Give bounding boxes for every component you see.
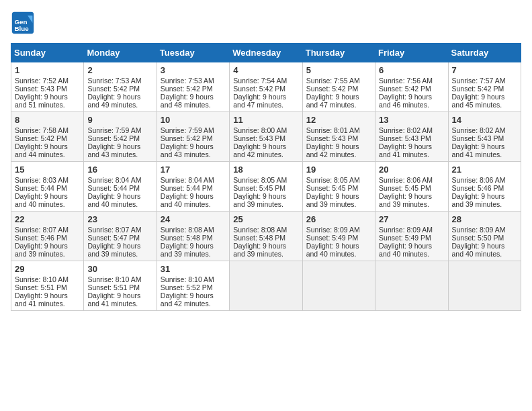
- week-row-4: 22Sunrise: 8:07 AMSunset: 5:46 PMDayligh…: [11, 212, 521, 261]
- sunrise: Sunrise: 8:00 AM: [233, 126, 287, 134]
- day-number: 24: [161, 214, 226, 224]
- logo: Gen Blue: [11, 11, 38, 35]
- day-number: 1: [15, 65, 80, 75]
- daylight: Daylight: 9 hours and 40 minutes.: [306, 242, 359, 258]
- sunset: Sunset: 5:51 PM: [15, 283, 67, 291]
- sunrise: Sunrise: 7:59 AM: [161, 126, 214, 134]
- calendar-cell: 14Sunrise: 8:02 AMSunset: 5:43 PMDayligh…: [448, 112, 521, 162]
- sunset: Sunset: 5:42 PM: [87, 85, 140, 93]
- daylight: Daylight: 9 hours and 41 minutes.: [452, 142, 505, 158]
- sunrise: Sunrise: 8:09 AM: [452, 226, 506, 234]
- sunset: Sunset: 5:43 PM: [306, 134, 359, 142]
- calendar-cell: 3Sunrise: 7:53 AMSunset: 5:42 PMDaylight…: [157, 62, 229, 112]
- calendar-cell: 21Sunrise: 8:06 AMSunset: 5:46 PMDayligh…: [448, 162, 521, 212]
- calendar-cell: 17Sunrise: 8:04 AMSunset: 5:44 PMDayligh…: [157, 162, 229, 212]
- sunset: Sunset: 5:42 PM: [452, 85, 504, 93]
- daylight: Daylight: 9 hours and 39 minutes.: [379, 192, 432, 208]
- calendar-cell: 8Sunrise: 7:58 AMSunset: 5:42 PMDaylight…: [11, 112, 84, 162]
- sunset: Sunset: 5:42 PM: [87, 134, 140, 142]
- sunset: Sunset: 5:48 PM: [161, 234, 213, 242]
- svg-text:Blue: Blue: [14, 25, 29, 32]
- day-number: 31: [161, 264, 226, 274]
- sunrise: Sunrise: 8:04 AM: [161, 176, 214, 184]
- sunset: Sunset: 5:42 PM: [379, 85, 431, 93]
- sunset: Sunset: 5:47 PM: [87, 234, 140, 242]
- sunrise: Sunrise: 8:04 AM: [87, 176, 141, 184]
- daylight: Daylight: 9 hours and 39 minutes.: [452, 192, 505, 208]
- header-day-thursday: Thursday: [302, 44, 375, 62]
- calendar-cell: 20Sunrise: 8:06 AMSunset: 5:45 PMDayligh…: [375, 162, 448, 212]
- week-row-5: 29Sunrise: 8:10 AMSunset: 5:51 PMDayligh…: [11, 261, 521, 311]
- calendar-cell: 29Sunrise: 8:10 AMSunset: 5:51 PMDayligh…: [11, 261, 84, 311]
- calendar-cell: [448, 261, 521, 311]
- sunrise: Sunrise: 8:08 AM: [161, 226, 214, 234]
- day-number: 8: [15, 115, 80, 125]
- day-number: 10: [161, 115, 226, 125]
- calendar-cell: 31Sunrise: 8:10 AMSunset: 5:52 PMDayligh…: [157, 261, 229, 311]
- sunset: Sunset: 5:43 PM: [15, 85, 67, 93]
- sunset: Sunset: 5:42 PM: [161, 85, 213, 93]
- sunset: Sunset: 5:43 PM: [379, 134, 431, 142]
- daylight: Daylight: 9 hours and 39 minutes.: [161, 242, 214, 258]
- daylight: Daylight: 9 hours and 45 minutes.: [452, 93, 505, 109]
- calendar-cell: 1Sunrise: 7:52 AMSunset: 5:43 PMDaylight…: [11, 62, 84, 112]
- calendar-cell: 12Sunrise: 8:01 AMSunset: 5:43 PMDayligh…: [302, 112, 375, 162]
- sunrise: Sunrise: 8:10 AM: [161, 275, 214, 283]
- sunrise: Sunrise: 7:56 AM: [379, 77, 433, 85]
- daylight: Daylight: 9 hours and 43 minutes.: [161, 142, 214, 158]
- calendar-table: SundayMondayTuesdayWednesdayThursdayFrid…: [11, 43, 521, 311]
- sunrise: Sunrise: 7:52 AM: [15, 77, 69, 85]
- daylight: Daylight: 9 hours and 42 minutes.: [161, 291, 214, 308]
- sunset: Sunset: 5:43 PM: [452, 134, 504, 142]
- sunrise: Sunrise: 8:06 AM: [379, 176, 433, 184]
- sunset: Sunset: 5:44 PM: [87, 184, 140, 192]
- calendar-cell: 5Sunrise: 7:55 AMSunset: 5:42 PMDaylight…: [302, 62, 375, 112]
- sunset: Sunset: 5:51 PM: [87, 283, 140, 291]
- day-number: 4: [233, 65, 298, 75]
- daylight: Daylight: 9 hours and 41 minutes.: [87, 291, 140, 308]
- calendar-cell: [230, 261, 302, 311]
- day-number: 19: [306, 165, 371, 175]
- sunrise: Sunrise: 7:55 AM: [306, 77, 360, 85]
- day-number: 26: [306, 214, 371, 224]
- header-day-tuesday: Tuesday: [157, 44, 229, 62]
- day-number: 7: [452, 65, 517, 75]
- day-number: 2: [87, 65, 152, 75]
- sunrise: Sunrise: 7:53 AM: [161, 77, 214, 85]
- calendar-cell: 10Sunrise: 7:59 AMSunset: 5:42 PMDayligh…: [157, 112, 229, 162]
- sunset: Sunset: 5:52 PM: [161, 283, 213, 291]
- daylight: Daylight: 9 hours and 44 minutes.: [15, 142, 68, 158]
- day-number: 20: [379, 165, 444, 175]
- daylight: Daylight: 9 hours and 40 minutes.: [452, 242, 505, 258]
- header-row: SundayMondayTuesdayWednesdayThursdayFrid…: [11, 44, 521, 62]
- calendar-cell: [302, 261, 375, 311]
- daylight: Daylight: 9 hours and 39 minutes.: [87, 242, 140, 258]
- page-header: Gen Blue: [11, 11, 521, 35]
- sunset: Sunset: 5:46 PM: [15, 234, 67, 242]
- sunrise: Sunrise: 8:06 AM: [452, 176, 506, 184]
- calendar-cell: 25Sunrise: 8:08 AMSunset: 5:48 PMDayligh…: [230, 212, 302, 261]
- sunrise: Sunrise: 8:09 AM: [306, 226, 360, 234]
- daylight: Daylight: 9 hours and 41 minutes.: [379, 142, 432, 158]
- header-day-monday: Monday: [84, 44, 157, 62]
- sunset: Sunset: 5:43 PM: [233, 134, 285, 142]
- week-row-1: 1Sunrise: 7:52 AMSunset: 5:43 PMDaylight…: [11, 62, 521, 112]
- sunrise: Sunrise: 8:10 AM: [87, 275, 141, 283]
- calendar-cell: 18Sunrise: 8:05 AMSunset: 5:45 PMDayligh…: [230, 162, 302, 212]
- calendar-cell: 16Sunrise: 8:04 AMSunset: 5:44 PMDayligh…: [84, 162, 157, 212]
- sunset: Sunset: 5:45 PM: [379, 184, 431, 192]
- calendar-cell: 15Sunrise: 8:03 AMSunset: 5:44 PMDayligh…: [11, 162, 84, 212]
- sunrise: Sunrise: 7:58 AM: [15, 126, 69, 134]
- sunrise: Sunrise: 8:07 AM: [15, 226, 69, 234]
- calendar-cell: 4Sunrise: 7:54 AMSunset: 5:42 PMDaylight…: [230, 62, 302, 112]
- day-number: 12: [306, 115, 371, 125]
- day-number: 30: [87, 264, 152, 274]
- daylight: Daylight: 9 hours and 42 minutes.: [233, 142, 286, 158]
- calendar-cell: 19Sunrise: 8:05 AMSunset: 5:45 PMDayligh…: [302, 162, 375, 212]
- day-number: 17: [161, 165, 226, 175]
- sunrise: Sunrise: 7:54 AM: [233, 77, 287, 85]
- sunrise: Sunrise: 8:07 AM: [87, 226, 141, 234]
- sunset: Sunset: 5:44 PM: [15, 184, 67, 192]
- sunset: Sunset: 5:49 PM: [306, 234, 359, 242]
- sunrise: Sunrise: 8:05 AM: [306, 176, 360, 184]
